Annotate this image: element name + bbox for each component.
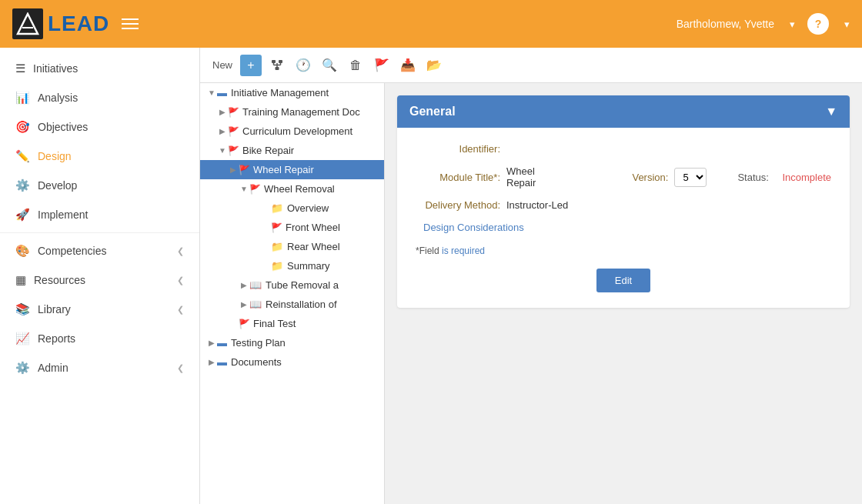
sidebar-item-reports[interactable]: 📈 Reports	[0, 324, 199, 353]
tree-item-overview[interactable]: 📁 Overview	[200, 199, 384, 218]
tree-label: Training Management Doc	[242, 106, 360, 118]
tree-toggle[interactable]: ▶	[217, 108, 228, 116]
sidebar-item-label: Admin	[38, 362, 68, 374]
tree-item-testing-plan[interactable]: ▶ ▬ Testing Plan	[200, 333, 384, 352]
admin-icon: ⚙️	[15, 361, 30, 375]
tree-item-front-wheel[interactable]: 🚩 Front Wheel	[200, 218, 384, 237]
sidebar-item-label: Objectives	[38, 121, 88, 133]
chevron-icon: ❮	[177, 363, 184, 373]
tree-item-wheel-repair[interactable]: ▶ 🚩 Wheel Repair	[200, 160, 384, 179]
objectives-icon: 🎯	[15, 120, 30, 134]
toolbar: New + 🕐 🔍 🗑 🚩 📥 📂	[200, 48, 862, 83]
add-button[interactable]: +	[240, 55, 262, 76]
tree-toggle[interactable]: ▼	[239, 185, 249, 193]
flag-button[interactable]: 🚩	[371, 55, 393, 76]
flag-yellow-icon: 🚩	[228, 107, 239, 118]
sidebar-item-label: Design	[38, 150, 72, 162]
tree-label: Final Test	[253, 318, 296, 329]
menu-button[interactable]	[122, 18, 139, 29]
tree-label: Rear Wheel	[287, 241, 340, 252]
sidebar-item-implement[interactable]: 🚀 Implement	[0, 200, 199, 229]
user-dropdown-caret[interactable]: ▾	[790, 18, 795, 30]
reports-icon: 📈	[15, 332, 30, 345]
tree-toggle[interactable]: ▶	[228, 165, 239, 174]
version-select[interactable]: 5	[674, 168, 707, 187]
delete-button[interactable]: 🗑	[345, 55, 366, 76]
sidebar-item-label: Develop	[38, 179, 77, 192]
sidebar-item-resources[interactable]: ▦ Resources ❮	[0, 265, 199, 295]
status-row: Status: Incomplete	[737, 172, 831, 183]
tree-toggle[interactable]: ▼	[217, 146, 228, 155]
tree-item-training-management[interactable]: ▶ 🚩 Training Management Doc	[200, 102, 384, 122]
tree-label: Initiative Management	[231, 87, 329, 98]
edit-button[interactable]: Edit	[596, 269, 650, 292]
tree-label: Documents	[231, 356, 282, 368]
flag-red-icon: 🚩	[239, 319, 250, 329]
folder-icon: 📁	[271, 241, 283, 252]
tree-label: Overview	[287, 202, 329, 214]
user-name[interactable]: Bartholomew, Yvette	[677, 18, 774, 30]
required-note-highlight: is required	[442, 245, 485, 256]
sidebar-item-design[interactable]: ✏️ Design	[0, 142, 199, 171]
import-button[interactable]: 📥	[397, 55, 419, 76]
delivery-method-value: Instructor-Led	[506, 199, 568, 211]
folder-icon: 📁	[271, 202, 283, 214]
tree-toggle[interactable]: ▶	[206, 358, 217, 366]
tree-toggle[interactable]: ▶	[206, 339, 217, 347]
flag-red-icon: 🚩	[271, 222, 282, 233]
folder-icon: 📁	[271, 260, 283, 272]
doc-icon: ▬	[217, 356, 227, 368]
tree-label: Reinstallation of	[266, 299, 337, 310]
header-right: Bartholomew, Yvette ▾ ? ▾	[677, 13, 850, 35]
sidebar-item-analysis[interactable]: 📊 Analysis	[0, 83, 199, 112]
chevron-icon: ❮	[177, 305, 184, 315]
tree-item-wheel-removal[interactable]: ▼ 🚩 Wheel Removal	[200, 179, 384, 199]
version-row: Version: 5	[583, 168, 707, 187]
header: LEAD Bartholomew, Yvette ▾ ? ▾	[0, 0, 862, 48]
search-button[interactable]: 🔍	[319, 55, 340, 76]
flag-red-icon: 🚩	[228, 126, 239, 137]
flag-red-icon: 🚩	[249, 184, 261, 195]
identifier-row: Identifier:	[416, 143, 831, 155]
tree-item-rear-wheel[interactable]: 📁 Rear Wheel	[200, 237, 384, 256]
folder-button[interactable]: 📂	[423, 55, 445, 76]
tree-toggle[interactable]: ▼	[206, 88, 217, 97]
tree-toggle[interactable]: ▶	[239, 300, 249, 309]
module-title-value: Wheel Repair	[506, 165, 553, 189]
tree-item-summary[interactable]: 📁 Summary	[200, 256, 384, 275]
sidebar-item-label: Implement	[38, 209, 88, 221]
help-caret[interactable]: ▾	[844, 18, 850, 30]
tree-item-documents[interactable]: ▶ ▬ Documents	[200, 352, 384, 372]
sidebar-item-admin[interactable]: ⚙️ Admin ❮	[0, 353, 199, 382]
sidebar-item-initiatives[interactable]: ☰ Initiatives	[0, 54, 199, 83]
tree-item-curriculum[interactable]: ▶ 🚩 Curriculum Development	[200, 122, 384, 141]
tree-item-initiative-management[interactable]: ▼ ▬ Initiative Management	[200, 83, 384, 102]
new-label: New	[212, 59, 232, 71]
tree-toggle	[260, 223, 271, 232]
sidebar-item-objectives[interactable]: 🎯 Objectives	[0, 112, 199, 142]
sidebar-item-label: Analysis	[38, 92, 78, 104]
resources-icon: ▦	[15, 273, 26, 287]
tree-toggle[interactable]: ▶	[239, 281, 249, 289]
sidebar-item-inner: ▦ Resources	[15, 273, 85, 287]
history-button[interactable]: 🕐	[292, 55, 314, 76]
sidebar-item-library[interactable]: 📚 Library ❮	[0, 295, 199, 324]
tree-item-final-test[interactable]: 🚩 Final Test	[200, 314, 384, 333]
sidebar-item-develop[interactable]: ⚙️ Develop	[0, 171, 199, 200]
tree-toggle[interactable]: ▶	[217, 127, 228, 135]
help-button[interactable]: ?	[807, 13, 829, 35]
sidebar-item-competencies[interactable]: 🎨 Competencies ❮	[0, 236, 199, 265]
tree-item-tube-removal[interactable]: ▶ 📖 Tube Removal a	[200, 275, 384, 295]
design-considerations-link[interactable]: Design Considerations	[423, 222, 524, 233]
sidebar-item-inner: 🎨 Competencies	[15, 244, 107, 258]
hierarchy-button[interactable]	[266, 55, 288, 76]
tree-item-reinstallation[interactable]: ▶ 📖 Reinstallation of	[200, 295, 384, 314]
tree-item-bike-repair[interactable]: ▼ 🚩 Bike Repair	[200, 141, 384, 160]
collapse-icon[interactable]: ▼	[825, 105, 837, 118]
split-view: ▼ ▬ Initiative Management ▶ 🚩 Training M…	[200, 83, 862, 504]
design-icon: ✏️	[15, 149, 30, 163]
develop-icon: ⚙️	[15, 179, 30, 192]
main-layout: ☰ Initiatives 📊 Analysis 🎯 Objectives ✏️…	[0, 48, 862, 504]
tree-toggle	[260, 262, 271, 270]
sidebar-item-label: Resources	[34, 274, 85, 286]
